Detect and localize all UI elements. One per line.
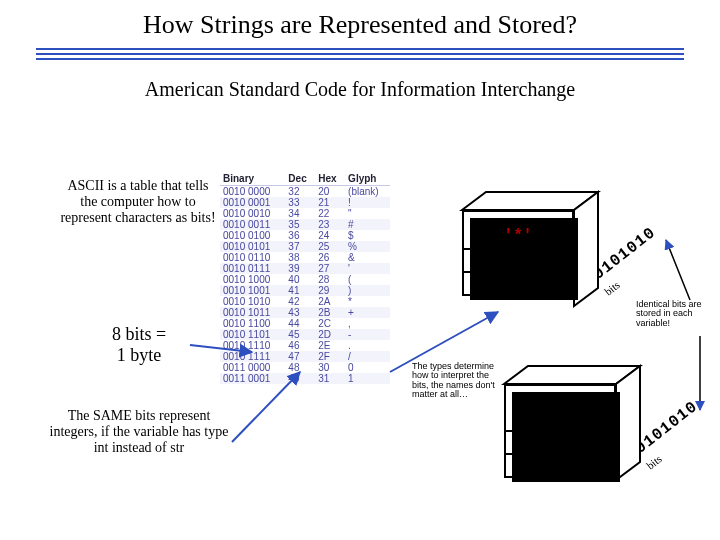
table-row: 0010 1100442C,	[220, 318, 390, 329]
ascii-table: Binary Dec Hex Glyph 0010 00003220(blank…	[220, 172, 390, 384]
table-row: 0010 01003624$	[220, 230, 390, 241]
bits-int: 00101010	[623, 398, 701, 464]
bits-str: 00101010	[581, 224, 659, 290]
bits-label-str: bits	[602, 278, 622, 297]
value-label-2: value:	[512, 389, 608, 401]
mem-block-int: value: 42 type: int name:	[504, 384, 616, 478]
note-same-bits: The SAME bits represent integers, if the…	[44, 408, 234, 456]
bits-label-int: bits	[644, 452, 664, 471]
slide-title: How Strings are Represented and Stored?	[0, 0, 720, 48]
table-row: 0010 1010422A*	[220, 296, 390, 307]
table-row: 0010 01103826&	[220, 252, 390, 263]
table-row: 0010 1011432B+	[220, 307, 390, 318]
value-label: value:	[470, 215, 566, 227]
table-row: 0010 1110462E.	[220, 340, 390, 351]
table-row: 0011 000149311	[220, 373, 390, 384]
table-row: 0010 00003220(blank)	[220, 186, 390, 198]
table-row: 0010 10014129)	[220, 285, 390, 296]
table-row: 0010 00013321!	[220, 197, 390, 208]
col-dec: Dec	[285, 172, 315, 186]
table-row: 0010 1101452D-	[220, 329, 390, 340]
table-row: 0010 00113523#	[220, 219, 390, 230]
table-row: 0010 01113927'	[220, 263, 390, 274]
divider	[36, 48, 684, 62]
table-row: 0010 01013725%	[220, 241, 390, 252]
col-glyph: Glyph	[345, 172, 390, 186]
type-row-str: type: str	[464, 248, 572, 271]
slide-subtitle: American Standard Code for Information I…	[0, 78, 720, 101]
note-ascii-def: ASCII is a table that tells the computer…	[58, 178, 218, 226]
table-row: 0010 10004028(	[220, 274, 390, 285]
note-types: The types determine how to interpret the…	[412, 362, 504, 400]
str-value: '*'	[470, 227, 566, 245]
note-byte: 8 bits =1 byte	[84, 324, 194, 365]
type-row-int: type: int	[506, 430, 614, 453]
svg-line-3	[666, 240, 690, 300]
table-row: 0010 1111472F/	[220, 351, 390, 362]
name-row-str: name:	[464, 271, 572, 294]
mem-block-str: value: '*' type: str name:	[462, 210, 574, 296]
col-hex: Hex	[315, 172, 345, 186]
int-value: 42	[512, 401, 608, 427]
table-row: 0011 000048300	[220, 362, 390, 373]
name-row-int: name:	[506, 453, 614, 476]
table-row: 0010 00103422"	[220, 208, 390, 219]
col-binary: Binary	[220, 172, 285, 186]
note-identical: Identical bits are stored in each variab…	[636, 300, 714, 328]
